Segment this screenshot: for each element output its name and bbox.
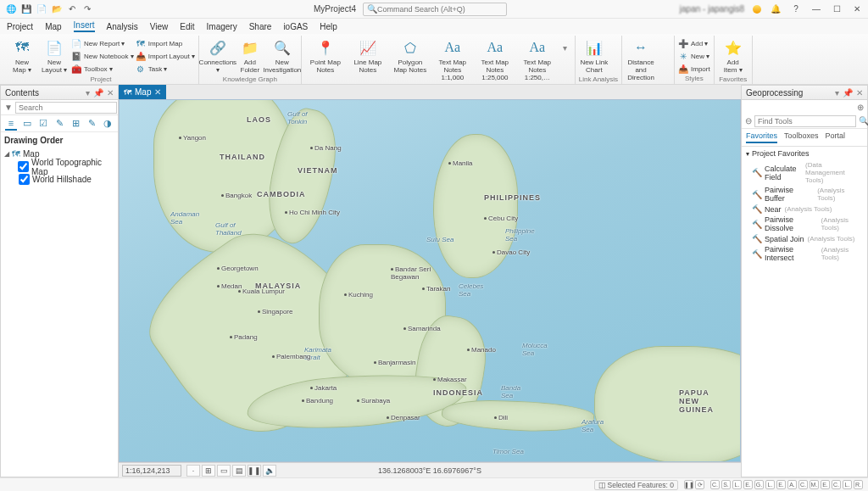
shortcut-key[interactable]: S. (721, 480, 731, 489)
redo-icon[interactable]: ↷ (81, 3, 93, 15)
gp-tool[interactable]: 🔨Pairwise Dissolve (Analysis Tools) (742, 215, 867, 233)
map-tab-active[interactable]: 🗺 Map ✕ (119, 85, 166, 99)
ribbon-btn[interactable]: AaText MapNotes 1:1,000 (432, 36, 473, 83)
list-by-snapping-icon[interactable]: ⊞ (70, 117, 81, 131)
panel-close-icon[interactable]: ✕ (856, 88, 863, 98)
menu-project[interactable]: Project (7, 22, 33, 31)
maximize-icon[interactable]: ☐ (831, 3, 843, 15)
ribbon-item[interactable]: 📄New Report ▾ (71, 37, 134, 49)
constraint-icon[interactable]: ⊞ (202, 465, 215, 477)
layer-checkbox[interactable] (19, 174, 30, 185)
shortcut-key[interactable]: C. (832, 480, 841, 489)
shortcut-key[interactable]: C. (798, 480, 808, 489)
ribbon-item[interactable]: 🗺Import Map (136, 37, 195, 49)
ribbon-btn[interactable]: ⭐AddItem ▾ (718, 36, 748, 75)
shortcut-key[interactable]: C. (710, 480, 720, 489)
ribbon-btn[interactable]: 🗺NewMap ▾ (7, 36, 37, 75)
gp-tool[interactable]: 🔨Calculate Field (Data Management Tools) (742, 160, 867, 185)
ribbon-item[interactable]: ⚙Task ▾ (136, 63, 195, 75)
list-by-labeling-icon[interactable]: ✎ (86, 117, 97, 131)
list-by-perception-icon[interactable]: ◑ (102, 117, 114, 131)
minimize-icon[interactable]: — (810, 3, 822, 15)
menu-edit[interactable]: Edit (180, 22, 194, 31)
shortcut-key[interactable]: L. (843, 480, 852, 489)
menu-help[interactable]: Help (320, 22, 337, 31)
shortcut-key[interactable]: A. (787, 480, 797, 489)
tab-close-icon[interactable]: ✕ (154, 87, 161, 97)
shortcut-key[interactable]: M. (810, 480, 819, 489)
open-icon[interactable]: 📂 (51, 3, 63, 15)
layer-name[interactable]: World Topographic Map (31, 158, 114, 176)
menu-analysis[interactable]: Analysis (107, 22, 138, 31)
layer-row[interactable]: World Topographic Map (4, 160, 114, 173)
shortcut-key[interactable]: G. (754, 480, 764, 489)
notifications-icon[interactable]: 🔔 (770, 3, 782, 15)
save-icon[interactable]: 💾 (20, 3, 32, 15)
ribbon-btn[interactable]: AaText MapNotes 1:25,000 (475, 36, 515, 83)
menu-iogas[interactable]: ioGAS (283, 22, 308, 31)
ribbon-btn[interactable]: 📍Point MapNotes (305, 36, 346, 75)
ribbon-btn[interactable]: 🔍NewInvestigation (267, 36, 298, 75)
ribbon-item[interactable]: 📥Import Layout ▾ (136, 50, 195, 62)
close-icon[interactable]: ✕ (851, 3, 863, 15)
gp-tool[interactable]: 🔨Pairwise Intersect (Analysis Tools) (742, 244, 867, 263)
ribbon-btn[interactable]: 📄NewLayout ▾ (39, 36, 70, 75)
ribbon-item[interactable]: ✳New ▾ (678, 50, 710, 62)
user-label[interactable]: japan - japangis8 (680, 4, 744, 14)
scale-box[interactable]: 1:16,124,213 (122, 465, 181, 477)
shortcut-key[interactable]: L. (732, 480, 742, 489)
gp-search-input[interactable] (754, 115, 856, 127)
search-icon[interactable]: 🔍 (859, 116, 868, 126)
gp-tool[interactable]: 🔨Near (Analysis Tools) (742, 204, 867, 215)
menu-insert[interactable]: Insert (74, 20, 95, 32)
shortcut-key[interactable]: R. (854, 480, 863, 489)
templates-more[interactable]: ▾ (559, 36, 571, 59)
audio-icon[interactable]: 🔈 (263, 465, 276, 477)
list-by-selection-icon[interactable]: ☑ (37, 117, 49, 131)
list-by-drawing-order-icon[interactable]: ≡ (5, 117, 17, 131)
ribbon-btn[interactable]: 📈Line MapNotes (348, 36, 388, 75)
menu-imagery[interactable]: Imagery (207, 22, 237, 31)
gp-add-icon[interactable]: ⊕ (857, 103, 864, 112)
command-search-input[interactable] (377, 5, 503, 14)
snapping-icon[interactable]: ▭ (217, 465, 231, 477)
ribbon-btn[interactable]: ⬠PolygonMap Notes (390, 36, 431, 75)
gp-tab-favorites[interactable]: Favorites (746, 131, 777, 143)
ribbon-btn[interactable]: 🔗Connections▾ (203, 36, 233, 75)
gp-tab-portal[interactable]: Portal (826, 131, 846, 143)
back-icon[interactable]: ⊖ (745, 116, 752, 126)
ribbon-item[interactable]: 📥Import (678, 63, 710, 75)
ribbon-btn[interactable]: 📁AddFolder (235, 36, 265, 75)
gp-section-header[interactable]: ▾ Project Favorites (742, 147, 867, 160)
list-by-source-icon[interactable]: ▭ (21, 117, 33, 131)
contents-search-input[interactable] (15, 102, 117, 114)
panel-menu-icon[interactable]: ▾ (835, 88, 839, 98)
layer-name[interactable]: World Hillshade (32, 175, 92, 184)
ribbon-item[interactable]: 📓New Notebook ▾ (71, 50, 134, 62)
filter-icon[interactable]: ▼ (4, 103, 13, 112)
shortcut-key[interactable]: E. (743, 480, 753, 489)
menu-map[interactable]: Map (45, 22, 61, 31)
panel-pin-icon[interactable]: 📌 (93, 88, 103, 98)
menu-view[interactable]: View (150, 22, 169, 31)
new-icon[interactable]: 📄 (36, 3, 47, 15)
app-icon[interactable]: 🌐 (5, 3, 17, 15)
rotation-icon[interactable]: · (186, 465, 200, 477)
ribbon-item[interactable]: ➕Add ▾ (678, 37, 710, 49)
ribbon-item[interactable]: 🧰Toolbox ▾ (71, 63, 134, 75)
pause-icon[interactable]: ❚❚ (248, 465, 261, 477)
gp-tool[interactable]: 🔨Spatial Join (Analysis Tools) (742, 233, 867, 244)
help-icon[interactable]: ? (790, 3, 802, 15)
status-pause-icon[interactable]: ❚❚ (684, 480, 693, 489)
status-refresh-icon[interactable]: ⟳ (695, 480, 704, 489)
undo-icon[interactable]: ↶ (66, 3, 78, 15)
map-view[interactable]: LAOSTHAILANDVIETNAMCAMBODIAPHILIPPINESMA… (119, 99, 741, 462)
panel-menu-icon[interactable]: ▾ (86, 88, 90, 98)
shortcut-key[interactable]: L. (765, 480, 775, 489)
ribbon-btn[interactable]: ↔Distance andDirection (626, 36, 656, 83)
panel-close-icon[interactable]: ✕ (107, 88, 114, 98)
ribbon-btn[interactable]: AaText MapNotes 1:250,… (517, 36, 558, 83)
shortcut-key[interactable]: E. (776, 480, 786, 489)
collapse-icon[interactable]: ▾ (746, 150, 749, 158)
user-avatar[interactable] (753, 5, 761, 14)
